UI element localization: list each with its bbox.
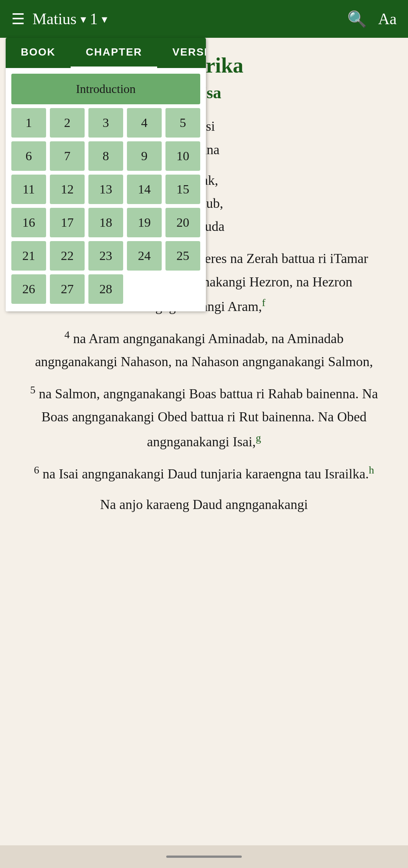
- dropdown-tabs: BOOK CHAPTER VERSE: [6, 38, 206, 68]
- chapter-cell-15[interactable]: 15: [165, 175, 200, 204]
- chapter-cell-23[interactable]: 23: [88, 241, 123, 271]
- chapter-cell-6[interactable]: 6: [11, 141, 46, 171]
- chapter-cell-7[interactable]: 7: [50, 141, 85, 171]
- chapter-cell-24[interactable]: 24: [127, 241, 162, 271]
- chapter-cell-3[interactable]: 3: [88, 108, 123, 138]
- chapter-number[interactable]: 1: [90, 10, 98, 28]
- home-indicator[interactable]: [166, 856, 242, 858]
- chapter-cell-18[interactable]: 18: [88, 208, 123, 237]
- chapter-chevron-icon[interactable]: ▾: [102, 12, 107, 26]
- verse-4-text: na Aram angnganakangi Aminadab, na Amina…: [35, 331, 373, 369]
- intro-button[interactable]: Introduction: [11, 74, 200, 104]
- tab-book[interactable]: BOOK: [6, 38, 71, 68]
- chapter-cell-9[interactable]: 9: [127, 141, 162, 171]
- footnote-h[interactable]: h: [369, 464, 374, 476]
- chapter-cell-13[interactable]: 13: [88, 175, 123, 204]
- verse-num-6: 6: [34, 464, 39, 476]
- footnote-g[interactable]: g: [256, 432, 261, 444]
- verse-6-text: na Isai angnganakangi Daud tunjaria kara…: [43, 466, 369, 481]
- chapter-cell-10[interactable]: 10: [165, 141, 200, 171]
- chapter-cell-22[interactable]: 22: [50, 241, 85, 271]
- verse-4: 4 na Aram angnganakangi Aminadab, na Ami…: [23, 326, 385, 373]
- search-icon[interactable]: 🔍: [347, 10, 367, 28]
- verse-num-5: 5: [30, 384, 36, 396]
- chapter-number-grid: 1234567891011121314151617181920212223242…: [11, 108, 200, 304]
- chapter-cell-25[interactable]: 25: [165, 241, 200, 271]
- font-size-icon[interactable]: Aa: [378, 10, 397, 28]
- chapter-cell-16[interactable]: 16: [11, 208, 46, 237]
- app-header: ☰ Matius ▾ 1 ▾ 🔍 Aa: [0, 0, 408, 38]
- chapter-cell-5[interactable]: 5: [165, 108, 200, 138]
- chapter-grid: Introduction 123456789101112131415161718…: [6, 68, 206, 311]
- tab-verse[interactable]: VERSE: [157, 38, 206, 68]
- chapter-cell-28[interactable]: 28: [88, 274, 123, 304]
- chapter-cell-14[interactable]: 14: [127, 175, 162, 204]
- menu-icon[interactable]: ☰: [11, 10, 25, 28]
- chapter-cell-8[interactable]: 8: [88, 141, 123, 171]
- chapter-dropdown: BOOK CHAPTER VERSE Introduction 12345678…: [6, 38, 206, 311]
- verse-6b: Na anjo karaeng Daud angnganakangi: [23, 493, 385, 516]
- chapter-cell-27[interactable]: 27: [50, 274, 85, 304]
- header-icons: 🔍 Aa: [347, 10, 397, 28]
- footnote-f[interactable]: f: [262, 297, 265, 308]
- chapter-cell-19[interactable]: 19: [127, 208, 162, 237]
- chapter-cell-11[interactable]: 11: [11, 175, 46, 204]
- bottom-nav-bar: [0, 845, 408, 868]
- verse-num-4: 4: [65, 329, 70, 340]
- verse-5-text: na Salmon, angnganakangi Boas battua ri …: [39, 386, 378, 449]
- chapter-cell-12[interactable]: 12: [50, 175, 85, 204]
- chapter-cell-4[interactable]: 4: [127, 108, 162, 138]
- chapter-cell-17[interactable]: 17: [50, 208, 85, 237]
- verse-6: 6 na Isai angnganakangi Daud tunjaria ka…: [23, 461, 385, 486]
- chapter-cell-26[interactable]: 26: [11, 274, 46, 304]
- chapter-cell-2[interactable]: 2: [50, 108, 85, 138]
- verse-5: 5 na Salmon, angnganakangi Boas battua r…: [23, 381, 385, 453]
- tab-chapter[interactable]: CHAPTER: [71, 38, 157, 68]
- chapter-cell-20[interactable]: 20: [165, 208, 200, 237]
- book-chevron-icon[interactable]: ▾: [80, 12, 86, 26]
- book-name[interactable]: Matius: [32, 10, 77, 28]
- header-title-area: Matius ▾ 1 ▾: [32, 10, 340, 28]
- chapter-cell-1[interactable]: 1: [11, 108, 46, 138]
- chapter-cell-21[interactable]: 21: [11, 241, 46, 271]
- verse-6b-text: Na anjo karaeng Daud angnganakangi: [100, 497, 308, 512]
